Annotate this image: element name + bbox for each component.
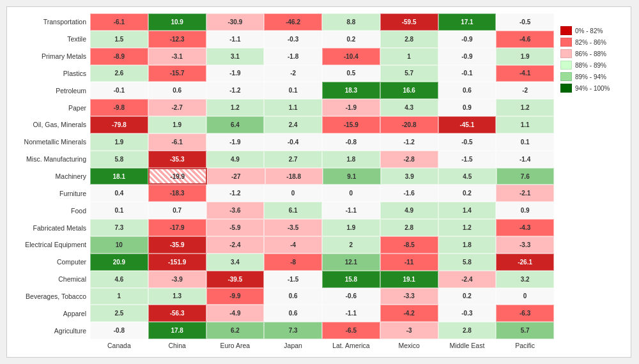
row-label: Food [13,202,90,219]
heatmap-cell: 0.6 [264,305,322,322]
row-label: Chemical [13,271,90,288]
heatmap-cell: 8.8 [322,13,380,31]
legend-color-swatch [560,38,572,47]
heatmap-cell: 5.8 [90,151,148,168]
heatmap-cell: 6.2 [206,322,265,339]
heatmap-cell: 12.1 [322,254,380,271]
heatmap-cell: -1.1 [206,31,265,48]
heatmap-row: 18.1-19.9-27-18.89.13.94.57.6 [90,168,554,185]
heatmap-cell: 19.1 [380,271,438,288]
heatmap-cell: -3.1 [148,48,206,65]
heatmap-cell: -0.6 [322,288,380,305]
legend-color-swatch [560,72,572,81]
heatmap-cell: 1.1 [496,116,554,133]
legend-color-swatch [560,84,572,93]
heatmap-row: -0.817.86.27.3-6.5-32.85.7 [90,322,554,339]
heatmap-cell: -8.5 [380,236,438,254]
heatmap-cell: -59.5 [380,13,438,31]
heatmap-cell: -10.4 [322,48,380,65]
row-label: Oil, Gas, Minerals [13,116,90,133]
legend-color-swatch [560,49,572,58]
heatmap-cell: -4.9 [206,305,265,322]
heatmap-cell: 1.2 [496,99,554,116]
heatmap-cell: 1.2 [206,99,265,116]
heatmap-cell: -19.9 [148,168,208,185]
heatmap-cell: -151.9 [148,254,206,271]
heatmap-cell: -1.9 [206,65,265,82]
col-header: Pacific [496,339,554,351]
heatmap-cell: -2 [496,82,554,99]
heatmap-cell: -2.8 [380,151,438,168]
legend-item: 88% - 89% [560,61,624,70]
heatmap-row: 0.4-18.3-1.200-1.60.2-2.1 [90,185,554,202]
heatmap-cell: 4.3 [380,99,438,116]
heatmap-cell: 16.6 [380,82,438,99]
legend-color-swatch [560,61,572,70]
heatmap-cell: -6.1 [90,13,148,31]
heatmap-cell: -4.6 [496,31,554,48]
heatmap-cell: -8 [264,254,322,271]
heatmap-cell: -0.3 [264,31,322,48]
heatmap-cell: 0.6 [438,82,497,99]
heatmap-row: -9.8-2.71.21.1-1.94.30.91.2 [90,99,554,116]
legend-item: 94% - 100% [560,84,624,93]
legend-item: 82% - 86% [560,38,624,47]
row-label: Primary Metals [13,48,90,65]
heatmap-cell: 1.8 [322,151,380,168]
heatmap-cell: 0.1 [90,202,148,219]
heatmap-cell: -9.9 [206,288,265,305]
heatmap-row: 20.9-151.93.4-812.1-115.8-26.1 [90,254,554,271]
heatmap-cell: -1.2 [380,133,438,151]
main-area: TransportationTextilePrimary MetalsPlast… [13,13,554,351]
heatmap-cell: 2.8 [380,31,438,48]
heatmap-cell: 0.2 [438,288,497,305]
heatmap-cell: -1.8 [264,48,322,65]
heatmap-cell: 9.1 [323,168,381,185]
heatmap-row: -0.10.6-1.20.118.316.60.6-2 [90,82,554,99]
heatmap-cell: 17.1 [438,13,497,31]
heatmap-cell: -6.3 [496,305,554,322]
legend-label: 89% - 94% [575,73,606,80]
heatmap-cell: 2.8 [438,322,497,339]
heatmap-cell: 1 [380,48,438,65]
heatmap-cell: 1.5 [90,31,148,48]
heatmap-row: 2.6-15.7-1.9-20.55.7-0.1-4.1 [90,65,554,82]
row-labels: TransportationTextilePrimary MetalsPlast… [13,13,90,339]
heatmap-cell: 4.9 [206,151,265,168]
heatmap-cell: 1 [90,288,148,305]
heatmap-cell: -4 [264,236,322,254]
heatmap-cell: -6.1 [148,133,206,151]
heatmap-cell: -18.8 [265,168,323,185]
heatmap-row: 1.5-12.3-1.1-0.30.22.8-0.9-4.6 [90,31,554,48]
heatmap-cell: -15.9 [322,116,380,133]
heatmap-cell: 0.7 [148,202,206,219]
heatmap-cell: -0.1 [438,65,497,82]
heatmap-cell: 0 [264,185,322,202]
heatmap-cell: 0.5 [322,65,380,82]
col-headers: CanadaChinaEuro AreaJapanLat. AmericaMex… [90,339,554,351]
heatmap-cell: 2.5 [90,305,148,322]
heatmap-cell: 1.8 [438,236,497,254]
heatmap-cell: 0.6 [264,288,322,305]
heatmap-cell: 2 [322,236,380,254]
heatmap-cell: 2.4 [264,116,322,133]
legend-label: 94% - 100% [575,85,610,92]
heatmap-cell: 18.3 [322,82,380,99]
heatmap-cell: -0.3 [438,305,497,322]
legend-label: 88% - 89% [575,62,606,69]
heatmap-row: 10-35.9-2.4-42-8.51.8-3.3 [90,236,554,254]
col-header: Euro Area [206,339,265,351]
heatmap: -6.110.9-30.9-46.28.8-59.517.1-0.51.5-12… [90,13,554,339]
heatmap-cell: 0.4 [90,185,148,202]
heatmap-cell: -27 [207,168,265,185]
heatmap-cell: -2.1 [496,185,554,202]
heatmap-row: 4.6-3.9-39.5-1.515.819.1-2.43.2 [90,271,554,288]
row-label: Petroleum [13,82,90,99]
legend-item: 89% - 94% [560,72,624,81]
heatmap-cell: 1.9 [148,116,206,133]
heatmap-cell: -1.4 [496,151,554,168]
heatmap-cell: 1.9 [322,219,380,236]
heatmap-cell: 10.9 [148,13,206,31]
heatmap-cell: 5.8 [438,254,497,271]
heatmap-cell: 1.2 [438,219,497,236]
